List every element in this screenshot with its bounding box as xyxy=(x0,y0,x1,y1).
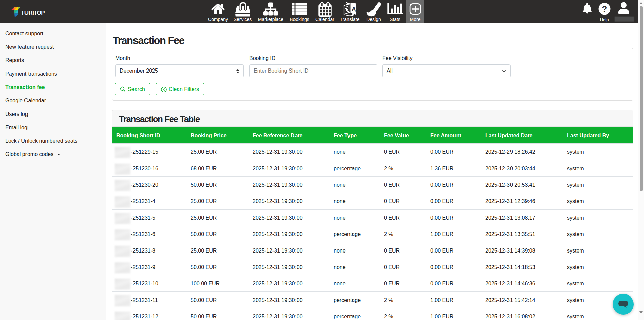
svg-text:?: ? xyxy=(602,4,607,14)
svg-text:A: A xyxy=(351,6,356,13)
